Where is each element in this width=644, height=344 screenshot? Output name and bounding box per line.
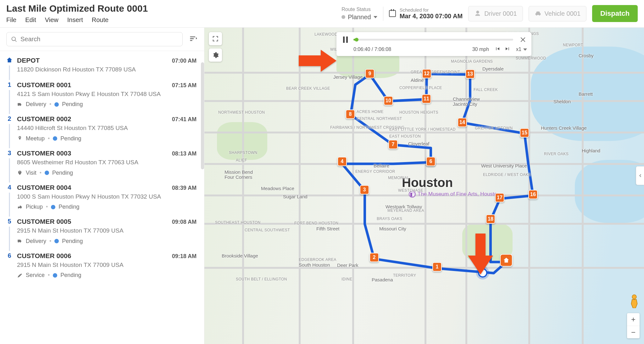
stop-time: 08:13 AM [172, 150, 197, 157]
map-place-label: EDGEBROOK AREA [299, 257, 336, 262]
playback-progress-knob[interactable] [355, 38, 358, 42]
driver-button-label: Driver 0001 [484, 10, 517, 17]
map-place-label: ACRES HOME [357, 110, 384, 114]
car-icon [535, 10, 541, 17]
stop-type: Delivery [26, 101, 46, 108]
depot-time: 07:00 AM [172, 58, 197, 64]
map-place-label: ALIEF [236, 158, 247, 162]
svg-point-0 [632, 295, 636, 299]
playback-speed-label: 30 mph [472, 47, 489, 52]
map-place-label: Channelview [453, 96, 480, 102]
map-stop-marker[interactable]: 13 [465, 69, 475, 79]
zoom-control: + − [627, 313, 640, 338]
collapse-panel-button[interactable] [636, 166, 644, 185]
stops-sidebar: DEPOT 07:00 AM 11820 Dickinson Rd Housto… [0, 28, 204, 344]
map-stop-marker[interactable]: 14 [458, 118, 467, 127]
vehicle-button[interactable]: Vehicle 0001 [529, 6, 587, 21]
map-stop-marker[interactable]: 1 [432, 262, 442, 272]
zoom-out-button[interactable]: − [627, 326, 640, 338]
stop-row[interactable]: 5CUSTOMER 000509:08 AM2915 N Main St Hou… [0, 214, 204, 248]
menu-view[interactable]: View [45, 16, 58, 24]
map-stop-marker[interactable]: 17 [495, 193, 504, 202]
app-header: Last Mile Optimized Route 0001 File Edit… [0, 0, 644, 28]
map-place-label: MEMORIAL [388, 176, 409, 180]
map-place-label: Missouri City [379, 226, 406, 231]
map-place-label: Deer Park [337, 262, 358, 268]
map-place-label: South Houston [299, 262, 330, 268]
stop-type-icon [17, 170, 23, 176]
dispatch-button[interactable]: Dispatch [592, 5, 638, 22]
stop-name: CUSTOMER 0002 [17, 115, 71, 123]
stop-time: 07:41 AM [172, 116, 197, 123]
playback-rate-button[interactable]: x1 [516, 47, 527, 52]
chevron-left-icon [638, 173, 642, 178]
map-stop-marker[interactable]: 16 [528, 190, 538, 199]
map-canvas[interactable]: Houston ◧ The Museum of Fine Arts, Houst… [204, 28, 644, 344]
map-place-label: SUMMERWOOD [516, 56, 546, 60]
search-input-wrap[interactable] [6, 32, 183, 46]
map-place-label: Hunters Creek Village [541, 125, 587, 131]
map-stop-marker[interactable]: 6 [426, 157, 436, 166]
map-stop-marker[interactable]: 4 [337, 157, 347, 166]
search-input[interactable] [20, 36, 178, 43]
sort-icon [189, 34, 198, 43]
zoom-in-button[interactable]: + [627, 313, 640, 326]
map-place-label: FORT BEND HOUSTON [294, 221, 339, 225]
driver-button[interactable]: Driver 0001 [468, 6, 523, 21]
close-button[interactable] [519, 36, 527, 44]
route-status-label: Route Status [341, 7, 377, 12]
stop-list[interactable]: DEPOT 07:00 AM 11820 Dickinson Rd Housto… [0, 51, 204, 344]
next-stop-button[interactable] [505, 46, 510, 53]
map-stop-marker[interactable]: 2 [369, 253, 379, 262]
pause-button[interactable] [341, 35, 350, 44]
stop-address: 2915 N Main St Houston TX 77009 USA [17, 261, 197, 269]
menu-edit[interactable]: Edit [25, 16, 36, 24]
sort-button[interactable] [189, 34, 198, 44]
prev-stop-button[interactable] [495, 46, 500, 53]
pause-icon [343, 37, 345, 43]
gear-icon [212, 52, 219, 59]
stop-time: 07:15 AM [172, 82, 197, 89]
map-stop-marker[interactable]: 3 [360, 185, 369, 195]
stop-row[interactable]: 6CUSTOMER 000609:18 AM2915 N Main St Hou… [0, 248, 204, 283]
menu-insert[interactable]: Insert [67, 16, 83, 24]
stop-row[interactable]: 2CUSTOMER 000207:41 AM14440 Hillcroft St… [0, 111, 204, 146]
playback-progress[interactable] [353, 39, 513, 41]
menu-file[interactable]: File [6, 16, 16, 24]
map-stop-marker[interactable]: 7 [388, 140, 398, 149]
stop-type-icon [17, 102, 23, 107]
schedule-block[interactable]: Scheduled for Mar 4, 2030 07:00 AM [389, 7, 463, 20]
playback-rate-label: x1 [516, 47, 521, 52]
stop-address: 1000 S Sam Houston Pkwy N Houston TX 770… [17, 193, 197, 201]
status-dot-icon [341, 15, 345, 19]
map-stop-marker[interactable]: 15 [520, 128, 529, 138]
menubar: File Edit View Insert Route [6, 16, 148, 24]
stop-time: 08:39 AM [172, 185, 197, 191]
stop-row[interactable]: 3CUSTOMER 000308:13 AM8605 Westheimer Rd… [0, 146, 204, 180]
status-dot-icon [54, 239, 59, 243]
menu-route[interactable]: Route [92, 16, 108, 24]
settings-button[interactable] [209, 48, 222, 62]
depot-row[interactable]: DEPOT 07:00 AM 11820 Dickinson Rd Housto… [0, 53, 204, 77]
scrollbar-thumb[interactable] [201, 62, 204, 169]
map-stop-marker[interactable]: 9 [365, 69, 375, 78]
map-place-label: RIVER OAKS [544, 152, 569, 156]
map-place-label: Fifth Street [316, 226, 339, 231]
map-depot-marker[interactable] [500, 254, 513, 267]
map-stop-marker[interactable]: 18 [486, 214, 495, 224]
schedule-label: Scheduled for [400, 7, 463, 13]
map-stop-marker[interactable]: 11 [422, 94, 431, 104]
map-stop-marker[interactable]: 12 [422, 69, 431, 78]
stop-row[interactable]: 1CUSTOMER 000107:15 AM4121 S Sam Houston… [0, 77, 204, 112]
route-status-block[interactable]: Route Status Planned [341, 7, 383, 21]
map-stop-marker[interactable]: 10 [384, 96, 393, 105]
fullscreen-button[interactable] [209, 32, 222, 45]
stop-number: 3 [8, 149, 11, 157]
stop-type-icon [17, 238, 23, 244]
stop-type: Meetup [26, 135, 45, 142]
streetview-button[interactable] [629, 294, 640, 309]
fullscreen-icon [212, 35, 219, 42]
map-stop-marker[interactable]: 8 [346, 110, 355, 119]
stop-row[interactable]: 4CUSTOMER 000408:39 AM1000 S Sam Houston… [0, 180, 204, 214]
map-place-label: FALL CREEK [474, 87, 498, 92]
